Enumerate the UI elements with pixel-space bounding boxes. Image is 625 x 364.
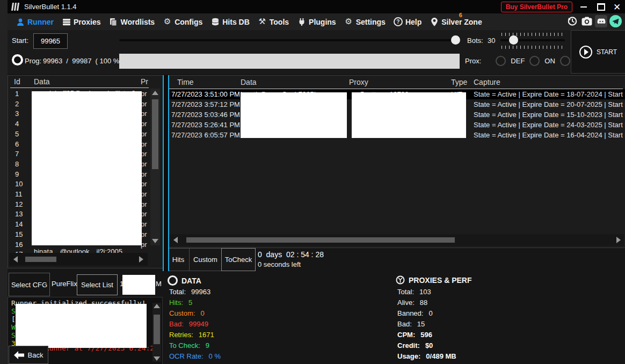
- plug-icon: [297, 17, 306, 26]
- menu-help[interactable]: ? Help: [394, 17, 421, 26]
- prox-on-radio[interactable]: [529, 56, 540, 66]
- table-row: 9: [15, 170, 23, 180]
- proxy-bad: Bad:15: [397, 320, 425, 328]
- select-list-button[interactable]: Select List: [77, 274, 118, 295]
- maximize-button[interactable]: [593, 0, 609, 13]
- menu-tools[interactable]: ⚒ Tools: [258, 17, 289, 26]
- bots-slider-ticks-bottom: [502, 46, 565, 49]
- table-row: 8: [15, 159, 23, 170]
- discord-icon[interactable]: [595, 15, 607, 27]
- wordlist-table[interactable]: Id Data Pr 12 34 56 78 910 1112 1314 151…: [8, 75, 164, 268]
- menu-hits-db[interactable]: Hits DB: [210, 17, 250, 26]
- question-circle-icon: ?: [394, 17, 403, 26]
- minimize-button[interactable]: [576, 0, 592, 13]
- menubar: Runner Proxies Wordlists ⚙ Configs Hits …: [8, 13, 625, 30]
- table-row: 3: [15, 109, 23, 119]
- log-line: W: [11, 323, 16, 331]
- start-input[interactable]: [33, 33, 68, 49]
- menu-wordlists[interactable]: Wordlists: [109, 17, 155, 26]
- menu-settings[interactable]: ⚙ Settings: [344, 17, 386, 26]
- table-row: 5: [15, 129, 23, 140]
- redaction-box: [32, 91, 142, 245]
- bots-slider-thumb[interactable]: [509, 35, 518, 45]
- hit-row-time[interactable]: 7/27/2023 3:57:12 PM: [171, 100, 240, 108]
- tab-hits[interactable]: Hits: [167, 248, 190, 271]
- bots-slider[interactable]: [500, 39, 565, 41]
- tools-icon: ⚒: [258, 17, 267, 26]
- table-row: 11: [15, 190, 23, 200]
- list-name-suffix: M: [156, 280, 162, 288]
- select-cfg-button[interactable]: Select CFG: [9, 273, 50, 296]
- start-slider[interactable]: [119, 39, 457, 41]
- col-proxy: Proxy: [349, 78, 368, 86]
- table-row: 14: [15, 220, 23, 230]
- prog-label: Prog:: [25, 57, 41, 65]
- close-button[interactable]: ✕: [609, 0, 625, 13]
- menu-proxies[interactable]: Proxies: [62, 17, 101, 26]
- app-title: SilverBullet 1.1.4: [24, 3, 77, 11]
- stat-ocr-rate: OCR Rate:0 %: [169, 352, 221, 360]
- hit-row-capture: State = Active | Expire Date = 24-03-202…: [474, 121, 625, 129]
- redaction-box: [241, 92, 347, 138]
- col-data: Data: [34, 77, 50, 86]
- perf-usage: Usage:0/489 MB: [397, 352, 456, 360]
- prox-def-radio[interactable]: [496, 56, 506, 66]
- left-table-hscrollbar[interactable]: [9, 253, 148, 266]
- background-window-sliver: [0, 0, 8, 364]
- proxy-total: Total:103: [397, 288, 431, 296]
- perf-credit: Credit:$0: [397, 341, 433, 350]
- silverbullet-window: SilverBullet 1.1.4 Buy SilverBullet Pro …: [0, 0, 625, 364]
- menu-configs[interactable]: ⚙ Configs: [163, 17, 202, 26]
- tray-icons: [566, 15, 622, 27]
- hits-table[interactable]: Time Data Proxy Type Capture 7/27/2023 3…: [167, 75, 625, 248]
- tab-custom[interactable]: Custom: [189, 248, 222, 271]
- stat-bad: Bad:99949: [169, 320, 208, 328]
- telegram-icon[interactable]: [609, 15, 622, 27]
- camera-icon[interactable]: [580, 15, 593, 27]
- back-button[interactable]: Back: [9, 346, 48, 364]
- left-table-vscrollbar[interactable]: [150, 89, 160, 245]
- log-vscrollbar[interactable]: [152, 303, 161, 362]
- hit-row-time[interactable]: 7/27/2023 3:51:00 PM: [171, 90, 240, 98]
- start-button[interactable]: START: [571, 30, 625, 74]
- redaction-box: [352, 92, 466, 138]
- stat-total: Total:99963: [169, 288, 210, 296]
- bots-label: Bots:: [467, 37, 483, 45]
- prog-value: 99963 / 99987 ( 100 % ): [43, 57, 123, 65]
- play-icon: [579, 46, 592, 59]
- history-icon[interactable]: [566, 15, 578, 27]
- prog-radio[interactable]: [12, 54, 23, 65]
- proxy-banned: Banned:0: [397, 309, 433, 317]
- panel-splitter[interactable]: [163, 75, 169, 271]
- log-line: [: [11, 315, 16, 323]
- col-data: Data: [241, 78, 257, 86]
- data-stats-title: DATA: [168, 275, 201, 286]
- table-row: 15: [15, 230, 23, 240]
- hit-row-capture: State = Active | Expire Date = 18-07-202…: [474, 90, 625, 98]
- menu-runner[interactable]: Runner: [16, 17, 54, 26]
- hits-table-hscrollbar[interactable]: [168, 234, 624, 246]
- hit-row-time[interactable]: 7/27/2023 5:03:46 PM: [171, 111, 240, 119]
- stat-tocheck: To Check:9: [169, 341, 209, 350]
- menu-plugins[interactable]: Plugins: [297, 17, 336, 26]
- table-row: 12: [15, 200, 23, 210]
- table-row: 13: [15, 209, 23, 220]
- prox-off-radio[interactable]: [560, 56, 570, 66]
- runner-person-icon: [16, 17, 25, 26]
- prox-label: Prox:: [465, 57, 481, 65]
- proxy-stats-title: PROXIES & PERF: [396, 275, 471, 285]
- tab-tocheck[interactable]: ToCheck: [221, 248, 256, 271]
- prox-on-label: ON: [544, 57, 555, 65]
- id-column: 12 34 56 78 910 1112 1314 1516 17: [15, 89, 23, 260]
- start-label: Start:: [12, 37, 28, 45]
- buy-pro-button[interactable]: Buy SilverBullet Pro: [501, 2, 572, 12]
- start-slider-thumb[interactable]: [451, 35, 460, 45]
- redaction-box: [16, 304, 147, 348]
- gear-icon: ⚙: [163, 17, 172, 26]
- bots-value: 30: [488, 37, 495, 45]
- hit-row-capture: State = Active | Expire Date = 20-07-202…: [474, 100, 625, 108]
- menu-silver-zone[interactable]: Silver Zone 6: [430, 17, 482, 26]
- hit-row-time[interactable]: 7/27/2023 6:05:57 PM: [171, 131, 240, 139]
- back-arrow-icon: [14, 351, 24, 359]
- hit-row-time[interactable]: 7/27/2023 5:26:41 PM: [171, 121, 240, 129]
